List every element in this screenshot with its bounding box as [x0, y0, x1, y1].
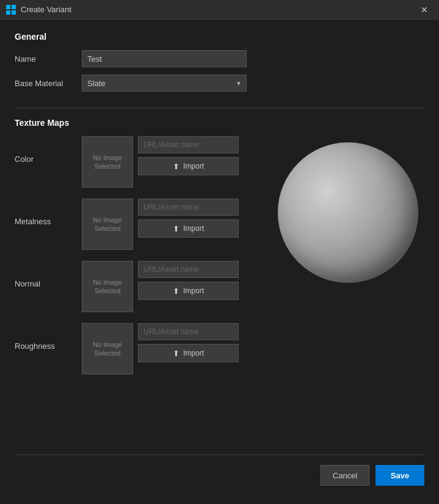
metalness-url-input[interactable] — [138, 199, 239, 216]
svg-rect-3 — [12, 10, 16, 15]
roughness-import-label: Import — [183, 349, 204, 357]
window-title: Create Variant — [21, 5, 416, 14]
svg-rect-0 — [6, 5, 10, 9]
base-material-label: Base Material — [15, 79, 82, 88]
save-button[interactable]: Save — [376, 465, 424, 486]
svg-rect-1 — [12, 5, 16, 9]
svg-rect-2 — [6, 10, 10, 15]
texture-row-metalness: Metalness No ImageSelected ⬆ Import — [15, 199, 272, 250]
metalness-controls: No ImageSelected ⬆ Import — [82, 199, 239, 250]
color-url-input[interactable] — [138, 136, 239, 153]
roughness-url-input[interactable] — [138, 323, 239, 340]
roughness-label: Roughness — [15, 323, 82, 351]
roughness-image-placeholder: No ImageSelected — [82, 323, 133, 374]
metalness-image-placeholder: No ImageSelected — [82, 199, 133, 250]
general-section-title: General — [15, 32, 424, 42]
close-button[interactable]: ✕ — [416, 1, 433, 18]
cancel-button[interactable]: Cancel — [321, 465, 369, 486]
roughness-controls: No ImageSelected ⬆ Import — [82, 323, 239, 374]
general-section: General Name Base Material Slate Metal P… — [15, 32, 424, 99]
normal-import-label: Import — [183, 287, 204, 295]
normal-label: Normal — [15, 261, 82, 288]
roughness-import-button[interactable]: ⬆ Import — [138, 344, 239, 362]
normal-image-placeholder: No ImageSelected — [82, 261, 133, 312]
normal-inputs: ⬆ Import — [138, 261, 239, 300]
upload-icon: ⬆ — [173, 349, 180, 358]
metalness-inputs: ⬆ Import — [138, 199, 239, 238]
base-material-select-wrapper: Slate Metal Plastic Wood Glass ▼ — [82, 75, 247, 92]
footer: Cancel Save — [15, 455, 424, 492]
roughness-inputs: ⬆ Import — [138, 323, 239, 362]
name-input[interactable] — [82, 50, 247, 67]
color-inputs: ⬆ Import — [138, 136, 239, 175]
sphere-preview-area — [272, 136, 424, 455]
normal-url-input[interactable] — [138, 261, 239, 278]
name-label: Name — [15, 54, 82, 64]
upload-icon: ⬆ — [173, 287, 180, 296]
sphere-preview — [278, 142, 418, 283]
texture-row-roughness: Roughness No ImageSelected ⬆ Import — [15, 323, 272, 374]
color-controls: No ImageSelected ⬆ Import — [82, 136, 239, 188]
metalness-import-label: Import — [183, 224, 204, 233]
base-material-row: Base Material Slate Metal Plastic Wood G… — [15, 75, 424, 92]
metalness-label: Metalness — [15, 199, 82, 226]
texture-maps-section-title: Texture Maps — [15, 118, 424, 128]
texture-row-color: Color No ImageSelected ⬆ Import — [15, 136, 272, 188]
app-icon — [6, 5, 16, 15]
divider-1 — [15, 108, 424, 108]
normal-controls: No ImageSelected ⬆ Import — [82, 261, 239, 312]
upload-icon: ⬆ — [173, 162, 180, 171]
main-content: General Name Base Material Slate Metal P… — [0, 20, 439, 504]
color-import-button[interactable]: ⬆ Import — [138, 157, 239, 175]
normal-import-button[interactable]: ⬆ Import — [138, 282, 239, 300]
color-import-label: Import — [183, 162, 204, 170]
texture-row-normal: Normal No ImageSelected ⬆ Import — [15, 261, 272, 312]
title-bar: Create Variant ✕ — [0, 0, 439, 20]
base-material-select[interactable]: Slate Metal Plastic Wood Glass — [82, 75, 247, 92]
texture-list: Color No ImageSelected ⬆ Import Metalnes… — [15, 136, 272, 455]
upload-icon: ⬆ — [173, 224, 180, 233]
metalness-import-button[interactable]: ⬆ Import — [138, 219, 239, 238]
texture-maps-area: Color No ImageSelected ⬆ Import Metalnes… — [15, 136, 424, 455]
color-image-placeholder: No ImageSelected — [82, 136, 133, 188]
color-label: Color — [15, 136, 82, 164]
name-row: Name — [15, 50, 424, 67]
